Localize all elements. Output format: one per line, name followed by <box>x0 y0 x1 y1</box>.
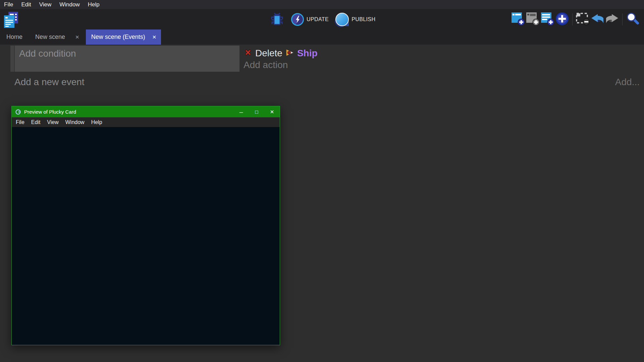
add-comment-button[interactable] <box>540 12 555 27</box>
update-label: UPDATE <box>307 16 329 22</box>
menu-file[interactable]: File <box>0 0 17 9</box>
preview-menu-file[interactable]: File <box>12 119 28 125</box>
action-row-delete-ship[interactable]: Delete Ship <box>244 47 644 59</box>
add-circle-icon <box>555 12 569 27</box>
preview-titlebar[interactable]: Preview of Plucky Card – □ ✕ <box>12 106 280 117</box>
preview-menu-window[interactable]: Window <box>62 119 88 125</box>
main-menubar: File Edit View Window Help <box>0 0 644 9</box>
tab-close-icon[interactable]: ✕ <box>75 34 79 40</box>
maximize-icon: □ <box>255 109 258 115</box>
tab-label: New scene (Events) <box>91 34 145 41</box>
toolbar-center: UPDATE PUBLISH <box>271 9 382 29</box>
debug-button[interactable] <box>271 11 283 27</box>
add-action-placeholder[interactable]: Add action <box>244 60 644 70</box>
menu-help[interactable]: Help <box>84 0 104 9</box>
project-manager-icon <box>3 23 19 29</box>
preview-menu-help[interactable]: Help <box>88 119 106 125</box>
tab-bar: Home New scene ✕ New scene (Events) ✕ <box>0 29 644 45</box>
globe-sphere-icon <box>335 13 349 26</box>
menu-view[interactable]: View <box>35 0 56 9</box>
add-more-button[interactable] <box>555 12 570 27</box>
undo-button[interactable] <box>590 12 605 27</box>
add-comment-icon <box>540 12 554 27</box>
preview-window: Preview of Plucky Card – □ ✕ File Edit V… <box>11 106 280 345</box>
tab-new-scene-events[interactable]: New scene (Events) ✕ <box>86 29 161 45</box>
gdevelop-logo-icon <box>15 109 21 115</box>
event-drag-handle[interactable] <box>10 46 15 72</box>
add-condition-placeholder[interactable]: Add condition <box>19 48 76 59</box>
maximize-button[interactable]: □ <box>249 106 264 117</box>
search-button[interactable] <box>625 12 640 27</box>
publish-label: PUBLISH <box>352 16 375 22</box>
add-event-icon <box>511 12 525 27</box>
redo-button[interactable] <box>605 12 620 27</box>
preview-window-title: Preview of Plucky Card <box>24 109 76 115</box>
preview-window-controls: – □ ✕ <box>233 106 280 117</box>
publish-button[interactable]: PUBLISH <box>335 13 375 26</box>
events-sheet: Add condition Delete Ship <box>0 45 644 362</box>
close-button[interactable]: ✕ <box>264 106 280 117</box>
project-manager-button[interactable] <box>3 10 19 28</box>
minimize-icon: – <box>239 110 243 114</box>
add-event-button[interactable] <box>511 12 525 27</box>
tab-label: Home <box>6 34 22 41</box>
add-event-row: Add a new event Add... <box>14 77 640 87</box>
debug-bug-icon <box>271 11 283 27</box>
delete-selection-button[interactable] <box>575 12 590 27</box>
menu-window[interactable]: Window <box>55 0 84 9</box>
undo-arrow-icon <box>590 13 604 25</box>
event-row: Add condition Delete Ship <box>10 46 644 72</box>
toolbar-right <box>511 9 640 29</box>
red-cross-icon <box>244 48 253 58</box>
add-more-button-text[interactable]: Add... <box>615 77 640 87</box>
conditions-panel[interactable]: Add condition <box>15 46 239 72</box>
tab-label: New scene <box>35 34 65 41</box>
tab-new-scene[interactable]: New scene ✕ <box>29 29 86 45</box>
delete-selection-icon <box>575 12 590 27</box>
menu-edit[interactable]: Edit <box>17 0 35 9</box>
add-subevent-button[interactable] <box>525 12 540 27</box>
action-verb: Delete <box>255 48 282 59</box>
toolbar-separator <box>622 13 623 25</box>
update-button[interactable]: UPDATE <box>291 13 329 26</box>
game-preview-canvas[interactable] <box>12 127 280 345</box>
preview-menu-edit[interactable]: Edit <box>28 119 44 125</box>
ship-sprite-icon <box>285 48 294 59</box>
preview-menubar: File Edit View Window Help <box>12 117 280 127</box>
action-object-name: Ship <box>297 48 318 59</box>
lightning-circle-icon <box>291 13 304 26</box>
toolbar-separator <box>572 13 573 25</box>
tab-close-icon[interactable]: ✕ <box>152 34 157 40</box>
add-new-event-button[interactable]: Add a new event <box>14 77 85 87</box>
tab-home[interactable]: Home <box>0 29 29 45</box>
main-toolbar: UPDATE PUBLISH <box>0 9 644 29</box>
minimize-button[interactable]: – <box>233 106 249 117</box>
close-icon: ✕ <box>270 109 274 115</box>
search-icon <box>626 12 639 27</box>
add-subevent-icon <box>526 12 540 27</box>
preview-menu-view[interactable]: View <box>44 119 62 125</box>
redo-arrow-icon <box>605 13 619 25</box>
actions-panel: Delete Ship Add action <box>239 46 644 72</box>
